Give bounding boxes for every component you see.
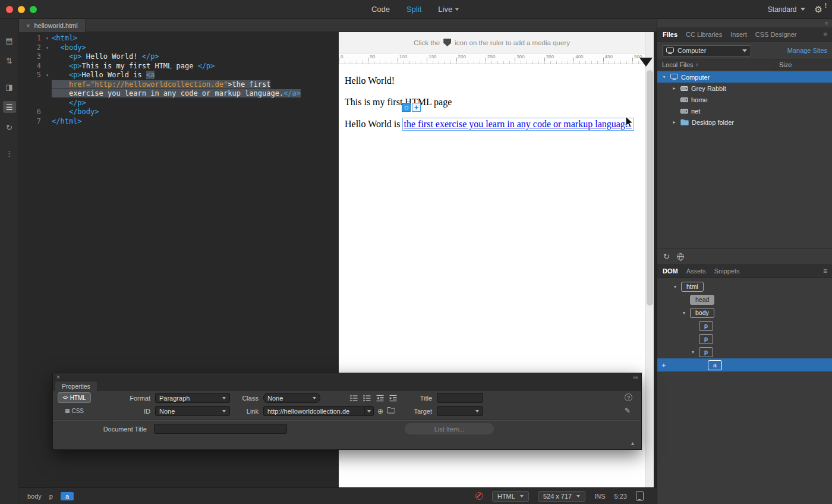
- add-element-button[interactable]: +: [661, 361, 666, 369]
- selected-link[interactable]: the first exercise you learn in any code…: [403, 118, 634, 130]
- properties-tab[interactable]: Properties: [55, 382, 97, 391]
- dom-node-html[interactable]: ▾html: [657, 280, 832, 293]
- minimize-window-button[interactable]: [18, 6, 25, 13]
- dom-tag-pill[interactable]: html: [681, 282, 704, 292]
- ordered-list-icon[interactable]: [361, 393, 373, 403]
- sync-settings-button[interactable]: ⚙ !: [815, 4, 822, 15]
- help-icon[interactable]: ?: [625, 393, 632, 401]
- connect-server-icon[interactable]: [677, 253, 684, 260]
- tab-css-designer[interactable]: CSS Designer: [755, 31, 797, 38]
- tab-insert[interactable]: Insert: [730, 31, 747, 38]
- tab-files[interactable]: Files: [663, 31, 677, 38]
- dom-tag-pill[interactable]: p: [699, 334, 713, 344]
- browse-folder-icon[interactable]: [387, 407, 395, 415]
- panel-collapse-icon[interactable]: ≡: [825, 20, 828, 26]
- scrollbar-thumb[interactable]: [647, 70, 653, 305]
- paragraph[interactable]: Hello World!: [345, 75, 639, 86]
- tab-cc-libraries[interactable]: CC Libraries: [686, 31, 722, 38]
- file-tree-item-desktop-folder[interactable]: ▸Desktop folder: [657, 116, 832, 128]
- indent-icon[interactable]: [387, 393, 399, 403]
- dom-node-body[interactable]: ▾body: [657, 306, 832, 319]
- panel-menu-icon[interactable]: ≡: [823, 267, 827, 275]
- collapse-icon[interactable]: ««: [633, 374, 638, 380]
- code-line[interactable]: </p>: [19, 99, 339, 108]
- code-fold-icon[interactable]: ▾: [43, 43, 52, 53]
- dom-node-p[interactable]: p: [657, 332, 832, 345]
- chevron-down-icon[interactable]: ▾: [672, 284, 679, 289]
- error-indicator-icon[interactable]: [475, 492, 483, 500]
- code-line[interactable]: 3 <p> Hello World! </p>: [19, 52, 339, 62]
- code-fold-icon[interactable]: ▾: [43, 71, 52, 80]
- zoom-window-button[interactable]: [30, 6, 37, 13]
- collapse-up-icon[interactable]: ▲: [630, 440, 635, 446]
- dom-node-a[interactable]: +a: [657, 358, 832, 371]
- file-tree-item-net[interactable]: net: [657, 105, 832, 116]
- tag-selector-p[interactable]: p: [49, 493, 53, 500]
- chevron-down-icon[interactable]: ▾: [680, 310, 688, 316]
- chevron-right-icon[interactable]: ▸: [671, 119, 677, 125]
- manage-sites-link[interactable]: Manage Sites: [787, 47, 827, 54]
- dom-node-head[interactable]: head: [657, 293, 832, 306]
- column-local-files[interactable]: Local Files: [662, 61, 694, 68]
- workspace-switcher[interactable]: Standard: [768, 5, 805, 14]
- media-query-pointer-icon[interactable]: [639, 58, 653, 67]
- column-size[interactable]: Size: [774, 60, 792, 70]
- quick-tag-edit-icon[interactable]: ✎: [625, 407, 631, 415]
- format-select[interactable]: Paragraph: [155, 393, 230, 403]
- chevron-down-icon[interactable]: ▾: [661, 74, 667, 80]
- target-select[interactable]: [437, 406, 483, 416]
- close-icon[interactable]: ×: [56, 374, 60, 380]
- element-display-button[interactable]: [402, 103, 411, 112]
- tab-assets[interactable]: Assets: [686, 267, 706, 275]
- refresh-icon[interactable]: ↻: [663, 252, 670, 261]
- code-line[interactable]: 6 </body>: [19, 108, 339, 117]
- dom-tag-pill[interactable]: a: [708, 360, 722, 370]
- files-column-headers[interactable]: Local Files ↑ Size: [657, 59, 832, 70]
- paragraph[interactable]: Hello World is the first exercise you le…: [345, 119, 639, 130]
- dom-node-p[interactable]: p: [657, 319, 832, 332]
- view-mode-code[interactable]: Code: [371, 5, 390, 14]
- tag-selector-a[interactable]: a: [61, 492, 74, 500]
- code-line[interactable]: 7</html>: [19, 117, 339, 127]
- tag-selector-body[interactable]: body: [27, 493, 42, 500]
- file-management-icon[interactable]: ⇅: [3, 55, 16, 67]
- id-select[interactable]: None: [155, 406, 230, 416]
- close-tab-icon[interactable]: ×: [26, 22, 30, 29]
- list-item-button[interactable]: List Item...: [405, 423, 494, 434]
- paragraph[interactable]: This is my first HTML page: [345, 97, 639, 108]
- document-title-input[interactable]: [154, 424, 287, 434]
- vertical-scrollbar[interactable]: [645, 32, 654, 487]
- css-mode-button[interactable]: ▦ CSS: [58, 405, 91, 416]
- code-line[interactable]: 1▾<html>: [19, 34, 339, 43]
- chevron-down-icon[interactable]: [364, 407, 373, 415]
- tab-snippets[interactable]: Snippets: [714, 267, 740, 275]
- chevron-down-icon[interactable]: ▾: [689, 349, 697, 355]
- html-mode-button[interactable]: <> HTML: [58, 392, 91, 403]
- dom-tag-pill[interactable]: head: [690, 295, 714, 305]
- view-mode-live[interactable]: Live: [438, 5, 459, 14]
- link-combo[interactable]: http://helloworldcollection.de: [263, 406, 374, 416]
- chevron-right-icon[interactable]: ▸: [671, 86, 677, 91]
- ruler[interactable]: 050100150200250300350400450500: [339, 53, 645, 64]
- view-mode-split[interactable]: Split: [406, 5, 421, 14]
- point-to-file-icon[interactable]: ⊕: [377, 407, 383, 415]
- live-view-options-icon[interactable]: ◨: [3, 81, 16, 93]
- tab-dom[interactable]: DOM: [663, 267, 678, 275]
- file-tree-item-computer[interactable]: ▾Computer: [657, 71, 832, 83]
- more-options-icon[interactable]: ⋮: [3, 147, 16, 159]
- dom-tag-pill[interactable]: p: [699, 347, 713, 357]
- code-line[interactable]: exercise you learn in any code or markup…: [19, 89, 339, 99]
- title-input[interactable]: [437, 393, 483, 403]
- dom-tag-pill[interactable]: p: [699, 321, 713, 331]
- dom-node-p[interactable]: ▾p: [657, 345, 832, 358]
- code-line[interactable]: 2▾ <body>: [19, 43, 339, 53]
- file-tree-item-home[interactable]: home: [657, 94, 832, 105]
- outdent-icon[interactable]: [374, 393, 386, 403]
- unordered-list-icon[interactable]: [348, 393, 360, 403]
- file-tree-item-grey-rabbit[interactable]: ▸Grey Rabbit: [657, 83, 832, 94]
- format-source-icon[interactable]: ☰: [3, 101, 16, 113]
- insert-element-button[interactable]: +: [412, 103, 421, 112]
- code-line[interactable]: href="http://helloworldcollection.de">th…: [19, 80, 339, 90]
- panel-menu-icon[interactable]: ≡: [823, 30, 827, 39]
- open-documents-icon[interactable]: ▤: [3, 34, 16, 46]
